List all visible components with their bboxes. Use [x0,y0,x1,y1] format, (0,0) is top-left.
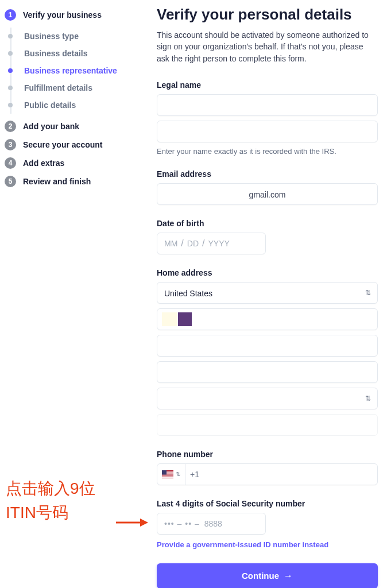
email-label: Email address [157,169,378,179]
step-label: Secure your account [23,140,103,149]
legal-name-helper: Enter your name exactly as it is recorde… [157,147,378,156]
step-2[interactable]: 2 Add your bank [5,121,145,132]
step-badge: 2 [5,121,16,132]
address-label: Home address [157,268,378,277]
legal-name-label: Legal name [157,80,378,90]
dob-mm[interactable]: MM [164,239,177,248]
svg-rect-5 [162,476,173,477]
substep-list: Business type Business details Business … [10,28,145,114]
step-1[interactable]: 1 Verify your business [5,9,145,21]
country-code-select[interactable]: ⇅ [157,464,185,485]
substep-dot-icon [8,68,13,73]
arrow-right-icon: → [284,571,293,581]
step-badge: 4 [5,157,16,169]
phone-group: Phone number ⇅ +1 [157,450,378,485]
sidebar: 1 Verify your business Business type Bus… [5,6,145,588]
step-badge: 5 [5,176,16,187]
svg-rect-4 [162,474,173,475]
substep-business-representative[interactable]: Business representative [8,62,145,79]
step-label: Review and finish [23,177,91,186]
ssn-mask: ••• – •• – [164,519,200,528]
email-group: Email address gmail.com [157,169,378,205]
step-5[interactable]: 5 Review and finish [5,176,145,187]
dob-yyyy[interactable]: YYYY [208,239,229,248]
page-title: Verify your personal details [157,6,378,24]
phone-input[interactable]: ⇅ +1 [157,463,378,485]
state-select[interactable] [157,388,378,409]
address-line1-input[interactable] [157,308,378,330]
step-4[interactable]: 4 Add extras [5,157,145,169]
step-badge: 1 [5,9,16,21]
email-input[interactable]: gmail.com [157,183,378,205]
chevron-updown-icon: ⇅ [176,471,180,477]
substep-dot-icon [8,51,13,56]
step-label: Add your bank [23,122,79,131]
step-badge: 3 [5,139,16,150]
dob-input[interactable]: MM / DD / YYYY [157,233,266,254]
dob-label: Date of birth [157,219,378,228]
ssn-placeholder: 8888 [204,519,222,528]
first-name-input[interactable] [157,94,378,116]
address-line2-input[interactable] [157,335,378,357]
phone-prefix: +1 [185,470,204,479]
svg-rect-6 [162,477,173,478]
step-label: Verify your business [23,10,102,20]
step-label: Add extras [23,158,64,168]
continue-button[interactable]: Continue → [157,563,378,588]
substep-business-type[interactable]: Business type [8,28,145,45]
main-content: Verify your personal details This accoun… [145,6,382,588]
substep-dot-icon [8,86,13,90]
dob-group: Date of birth MM / DD / YYYY [157,219,378,254]
last-name-input[interactable] [157,121,378,142]
substep-business-details[interactable]: Business details [8,45,145,62]
ssn-group: Last 4 digits of Social Security number … [157,499,378,550]
dob-dd[interactable]: DD [187,239,199,248]
gov-id-link[interactable]: Provide a government-issued ID number in… [157,540,328,549]
us-flag-icon [162,470,173,478]
address-group: Home address United States ⇅ ⇅ [157,268,378,436]
legal-name-group: Legal name Enter your name exactly as it… [157,80,378,156]
substep-dot-icon [8,34,13,38]
zip-input[interactable] [157,414,378,436]
svg-rect-7 [162,470,167,475]
city-input[interactable] [157,361,378,383]
ssn-input[interactable]: ••• – •• – 8888 [157,513,266,535]
substep-public-details[interactable]: Public details [8,96,145,114]
ssn-label: Last 4 digits of Social Security number [157,499,378,508]
country-select[interactable]: United States [157,282,378,304]
step-3[interactable]: 3 Secure your account [5,139,145,150]
phone-label: Phone number [157,450,378,459]
page-intro: This account should be activated by some… [157,29,378,64]
substep-fulfillment-details[interactable]: Fulfillment details [8,79,145,96]
substep-dot-icon [8,103,13,107]
